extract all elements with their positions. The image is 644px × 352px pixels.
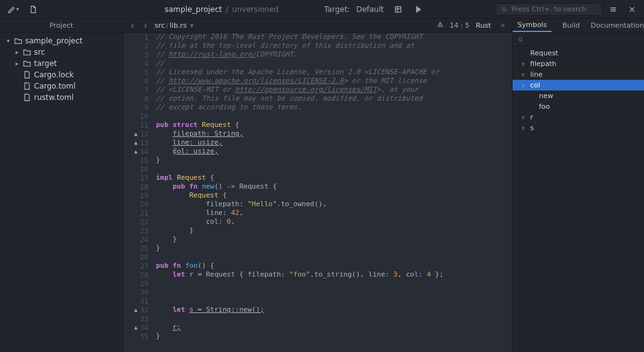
warning-indicator[interactable] — [437, 21, 443, 30]
folder-icon — [23, 48, 31, 57]
warning-icon — [437, 21, 443, 28]
code-line[interactable]: filepath: "Hello".to_owned(), — [156, 200, 512, 209]
symbol-label: line — [530, 70, 543, 79]
vcs-sep: / — [226, 5, 228, 14]
symbol-row[interactable]: ▿s — [513, 123, 644, 133]
svg-point-1 — [502, 7, 506, 10]
edit-mode-button[interactable]: ▾ — [5, 3, 21, 16]
code-line[interactable]: } — [156, 226, 512, 235]
code-line[interactable]: filepath: String, — [156, 129, 512, 138]
symbol-row[interactable]: foo — [513, 101, 644, 112]
symbol-search[interactable] — [513, 33, 644, 47]
symbol-row[interactable]: ▿col — [513, 80, 644, 91]
code-line[interactable]: impl Request { — [156, 173, 512, 182]
folder-icon — [23, 59, 31, 68]
chevron-down-icon: ▿ — [520, 114, 526, 121]
symbol-row[interactable]: ▿line — [513, 69, 644, 80]
code-line[interactable] — [156, 253, 512, 261]
symbol-list[interactable]: Request▿filepath▿line▿colnewfoo▿r▿s — [513, 47, 644, 352]
linecol-indicator[interactable]: 14 : 5 — [450, 21, 470, 30]
tree-label: Cargo.lock — [34, 70, 74, 79]
search-icon — [501, 6, 508, 13]
chevron-down-icon: ▿ — [520, 61, 526, 67]
tree-row[interactable]: ▸target — [0, 58, 123, 69]
tree-label: target — [34, 59, 57, 68]
panel-tab-symbols[interactable]: Symbols — [513, 19, 552, 32]
disclosure-triangle-icon[interactable]: ▾ — [5, 38, 11, 44]
tab-close-button[interactable]: × — [497, 21, 508, 30]
warning-icon[interactable]: ▲ — [134, 307, 137, 313]
build-button[interactable] — [390, 3, 406, 16]
code-line[interactable] — [156, 279, 512, 288]
svg-point-2 — [519, 37, 522, 40]
code-line[interactable]: // http://rust-lang.org/COPYRIGHT. — [156, 50, 512, 59]
code-line[interactable]: // option. This file may not be copied, … — [156, 94, 512, 103]
code-line[interactable] — [156, 297, 512, 305]
nav-back-button[interactable] — [127, 20, 138, 31]
code-line[interactable]: pub fn foo() { — [156, 261, 512, 270]
disclosure-triangle-icon[interactable]: ▸ — [14, 60, 20, 67]
warning-icon[interactable]: ▲ — [134, 131, 137, 137]
run-button[interactable] — [410, 3, 426, 16]
tree-row[interactable]: ▾sample_project — [0, 35, 123, 47]
code-line[interactable] — [156, 112, 512, 121]
warning-icon[interactable]: ▲ — [134, 140, 137, 146]
symbol-row[interactable]: Request — [513, 48, 644, 58]
code-line[interactable]: col: usize, — [156, 147, 512, 156]
target-value[interactable]: Default — [356, 5, 384, 14]
language-indicator[interactable]: Rust — [476, 21, 491, 30]
menu-button[interactable] — [605, 3, 621, 16]
code-line[interactable]: } — [156, 156, 512, 165]
symbol-row[interactable]: ▿filepath — [513, 58, 644, 69]
chevron-down-icon: ▿ — [520, 125, 526, 131]
nav-forward-button[interactable] — [140, 20, 151, 31]
code-line[interactable]: let r = Request { filepath: "foo".to_str… — [156, 270, 512, 279]
tree-row[interactable]: rustw.toml — [0, 92, 123, 103]
symbol-row[interactable]: ▿r — [513, 112, 644, 123]
code-line[interactable]: // http://www.apache.org/licenses/LICENS… — [156, 77, 512, 85]
panel-tab-documentation[interactable]: Documentation — [591, 19, 644, 32]
symbol-label: s — [530, 124, 534, 132]
titlebar: ▾ sample_project / unversioned Target: D… — [0, 0, 644, 19]
global-search[interactable]: Press Ctrl+. to search — [496, 3, 602, 16]
code-line[interactable] — [156, 165, 512, 173]
code-line[interactable]: } — [156, 332, 512, 341]
code-line[interactable]: // except according to those terms. — [156, 103, 512, 112]
code-line[interactable]: // Licensed under the Apache License, Ve… — [156, 68, 512, 77]
code-line[interactable] — [156, 314, 512, 323]
code-line[interactable]: line: usize, — [156, 138, 512, 147]
panel-tab-build[interactable]: Build — [552, 19, 591, 32]
code-line[interactable]: // — [156, 59, 512, 68]
close-window-button[interactable] — [624, 3, 640, 16]
code-line[interactable]: } — [156, 244, 512, 253]
search-icon — [518, 36, 524, 43]
code-line[interactable]: // file at the top-level directory of th… — [156, 41, 512, 50]
code-line[interactable]: line: 42, — [156, 209, 512, 217]
disclosure-triangle-icon[interactable]: ▸ — [14, 49, 20, 55]
code-line[interactable]: col: 0, — [156, 217, 512, 226]
chevron-down-icon: ▿ — [520, 82, 526, 89]
code-line[interactable] — [156, 288, 512, 297]
code-line[interactable]: pub fn new() -> Request { — [156, 182, 512, 191]
vcs-status: unversioned — [232, 5, 279, 14]
code-editor[interactable]: 1234567891011▲12▲13▲14151617181920212223… — [123, 33, 512, 352]
code-line[interactable]: r; — [156, 323, 512, 332]
code-line[interactable]: // <LICENSE-MIT or http://opensource.org… — [156, 85, 512, 94]
code-line[interactable]: Request { — [156, 191, 512, 200]
tree-label: sample_project — [25, 36, 82, 45]
tree-row[interactable]: Cargo.toml — [0, 80, 123, 92]
breadcrumb[interactable]: src/lib.rs ▾ — [155, 21, 195, 30]
code-line[interactable]: // Copyright 2016 The Rust Project Devel… — [156, 33, 512, 41]
code-line[interactable]: pub struct Request { — [156, 121, 512, 129]
new-file-button[interactable] — [25, 3, 42, 16]
tree-row[interactable]: Cargo.lock — [0, 69, 123, 80]
file-icon — [23, 82, 31, 91]
file-tree[interactable]: ▾sample_project▸src▸targetCargo.lockCarg… — [0, 33, 123, 103]
tree-row[interactable]: ▸src — [0, 47, 123, 58]
warning-icon[interactable]: ▲ — [134, 324, 137, 331]
symbol-label: foo — [539, 102, 550, 111]
code-line[interactable]: } — [156, 235, 512, 244]
warning-icon[interactable]: ▲ — [134, 148, 137, 155]
symbol-row[interactable]: new — [513, 91, 644, 101]
code-line[interactable]: let s = String::new(); — [156, 305, 512, 314]
